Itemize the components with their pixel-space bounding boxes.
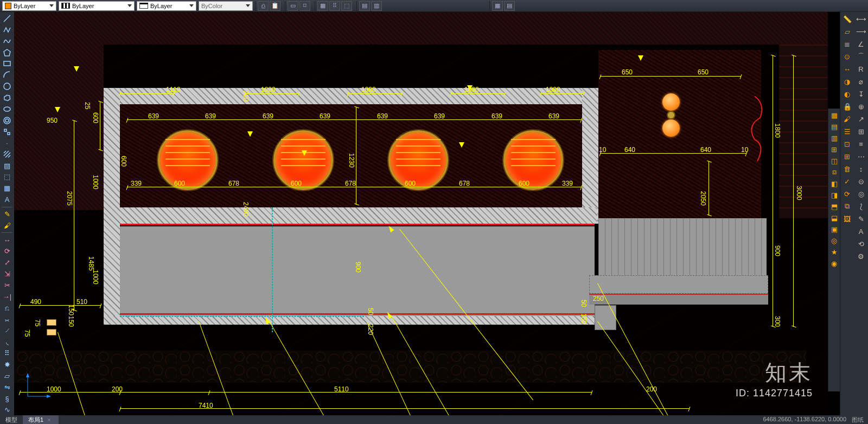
continue-dim-tool[interactable]: ⋯ <box>855 150 867 162</box>
grid-icon[interactable]: ▦ <box>317 1 328 11</box>
matchprop-tool[interactable]: 🖌 <box>841 113 853 125</box>
ellipse-tool[interactable] <box>1 104 13 115</box>
block-tool[interactable] <box>1 126 13 137</box>
et-13[interactable]: ★ <box>829 246 839 257</box>
array-tool[interactable]: ⠿ <box>1 348 13 359</box>
hatch-tool[interactable] <box>1 149 13 160</box>
polyline-tool[interactable] <box>1 24 13 35</box>
linear-dim-tool[interactable]: ⟷ <box>855 13 867 25</box>
et-1[interactable]: ▦ <box>829 110 839 121</box>
lineweight-dropdown[interactable]: ByLayer <box>137 1 196 11</box>
donut-tool[interactable] <box>1 115 13 126</box>
et-12[interactable]: ◎ <box>829 235 839 246</box>
explode-tool[interactable]: ✸ <box>1 359 13 370</box>
select-icon[interactable]: ⬚ <box>341 1 352 11</box>
align-icon[interactable]: ▭ <box>288 1 298 11</box>
layer-lock-tool[interactable]: 🔒 <box>841 100 853 112</box>
tab-layout1[interactable]: 布局1 × <box>23 415 59 424</box>
plot-style-dropdown[interactable]: ByColor <box>199 1 253 11</box>
purge-tool[interactable]: 🗑 <box>841 163 853 175</box>
thumb-layout-icon[interactable]: ▦ <box>492 1 503 11</box>
leader-tool[interactable]: ↗ <box>855 113 867 125</box>
center-mark-tool[interactable]: ⊕ <box>855 100 867 112</box>
dim-style-tool[interactable]: ⚙ <box>855 250 867 262</box>
radius-dim-tool[interactable]: R <box>855 63 867 75</box>
et-11[interactable]: ▣ <box>829 224 839 235</box>
arc-tool[interactable] <box>1 69 13 80</box>
clipboard-icon[interactable]: 📋 <box>270 1 280 11</box>
layer-color-dropdown[interactable]: ByLayer <box>2 1 56 11</box>
dim-text-tool[interactable]: A <box>855 225 867 237</box>
id-point-tool[interactable]: ⊙ <box>841 50 853 62</box>
linetype-dropdown[interactable]: ByLayer <box>59 1 135 11</box>
layer-off-tool[interactable]: ◑ <box>841 75 853 87</box>
dim-update-tool[interactable]: ⟲ <box>855 238 867 250</box>
layer-iso-tool[interactable]: ◐ <box>841 88 853 100</box>
aligned-dim-tool[interactable]: ⟶ <box>855 26 867 37</box>
calc-tool[interactable]: ⊞ <box>841 150 853 162</box>
grid2-icon[interactable]: ⠿ <box>329 1 340 11</box>
et-14[interactable]: ◉ <box>829 258 839 269</box>
dim-break-tool[interactable]: ⊝ <box>855 175 867 187</box>
inspect-tool[interactable]: ◎ <box>855 188 867 200</box>
audit-tool[interactable]: ✓ <box>841 175 853 187</box>
tolerance-tool[interactable]: ⊞ <box>855 125 867 137</box>
jog-tool[interactable]: ⟅ <box>855 200 867 212</box>
stretch-tool[interactable]: ⇲ <box>1 269 13 280</box>
line-tool[interactable] <box>1 13 13 24</box>
trim-tool[interactable]: ✂ <box>1 280 13 291</box>
revcloud-tool[interactable] <box>1 92 13 103</box>
measure-tool[interactable]: 📏 <box>841 13 853 25</box>
props-tool[interactable]: ☰ <box>841 125 853 137</box>
diameter-dim-tool[interactable]: ⌀ <box>855 75 867 87</box>
image-tool[interactable]: 🖼 <box>841 213 853 225</box>
osnap-icon[interactable]: ⌑ <box>299 1 310 11</box>
rotate-tool[interactable]: ⟳ <box>1 246 13 257</box>
et-10[interactable]: ⬓ <box>829 212 839 223</box>
table-tool[interactable]: ▦ <box>1 183 13 194</box>
ordinate-dim-tool[interactable]: ↧ <box>855 88 867 100</box>
close-icon[interactable]: × <box>45 416 53 423</box>
list-tool[interactable]: ≣ <box>841 38 853 50</box>
brush-tool[interactable]: 🖌 <box>1 220 13 231</box>
et-8[interactable]: ◨ <box>829 189 839 200</box>
offset-tool[interactable]: ▱ <box>1 370 13 381</box>
distance-tool[interactable]: ↔ <box>841 63 853 75</box>
et-3[interactable]: ▥ <box>829 132 839 143</box>
drawing-canvas[interactable]: 1110 1000 1000 200 1000 1000 639 639 639… <box>14 12 828 415</box>
circle-tool[interactable] <box>1 81 13 92</box>
spline-tool[interactable] <box>1 36 13 47</box>
move-tool[interactable]: ↔ <box>1 235 13 245</box>
tab-model[interactable]: 模型 <box>0 415 23 424</box>
area-tool[interactable]: ▱ <box>841 26 853 37</box>
extend-tool[interactable]: →| <box>1 291 13 302</box>
dim-edit-tool[interactable]: ✎ <box>855 213 867 225</box>
xref-tool[interactable]: ⧉ <box>841 200 853 212</box>
et-9[interactable]: ⬒ <box>829 201 839 212</box>
dim-space-tool[interactable]: ↕ <box>855 163 867 175</box>
blend-tool[interactable]: ∿ <box>1 404 13 415</box>
qselect-tool[interactable]: ⊡ <box>841 138 853 150</box>
polygon-tool[interactable] <box>1 47 13 58</box>
chamfer-tool[interactable]: ⟋ <box>1 325 13 336</box>
mirror-tool[interactable]: ⇋ <box>1 382 13 393</box>
scale-tool[interactable]: ⤢ <box>1 257 13 268</box>
point-tool[interactable]: · <box>1 137 13 148</box>
et-2[interactable]: ▤ <box>829 121 839 132</box>
et-4[interactable]: ⊞ <box>829 144 839 155</box>
pencil-tool[interactable]: ✎ <box>1 209 13 220</box>
mtext-tool[interactable]: A <box>1 194 13 205</box>
baseline-dim-tool[interactable]: ≡ <box>855 138 867 150</box>
et-6[interactable]: ⧈ <box>829 167 839 178</box>
break-tool[interactable]: ⎌ <box>1 302 13 313</box>
layer-walk-icon[interactable]: ▤ <box>359 1 370 11</box>
helix-tool[interactable]: § <box>1 393 13 404</box>
arc-dim-tool[interactable]: ⌒ <box>855 50 867 62</box>
et-7[interactable]: ◧ <box>829 178 839 189</box>
layer-tool-icon[interactable]: ▥ <box>371 1 382 11</box>
fillet-tool[interactable]: ◟ <box>1 337 13 347</box>
region-tool[interactable]: ⬚ <box>1 172 13 182</box>
gradient-tool[interactable]: ▨ <box>1 160 13 171</box>
et-5[interactable]: ◫ <box>829 155 839 166</box>
angular-dim-tool[interactable]: ∠ <box>855 38 867 50</box>
